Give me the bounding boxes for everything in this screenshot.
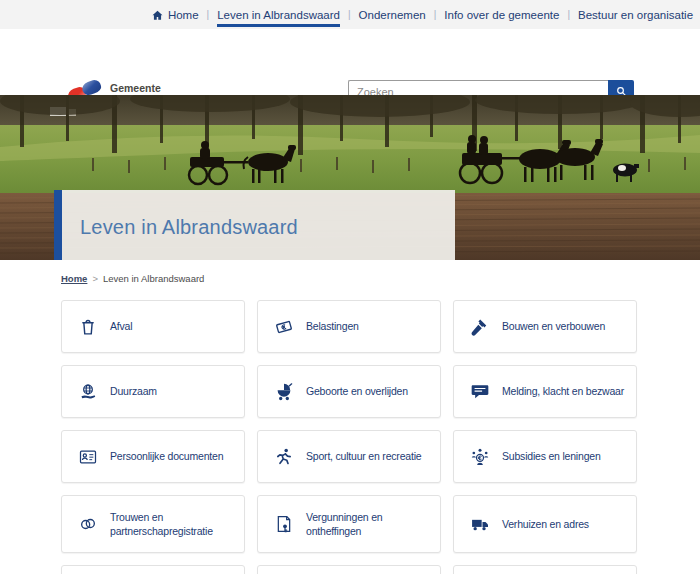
page: Home | Leven in Albrandswaard | Ondernem… [0, 0, 700, 574]
card-label: Bouwen en verbouwen [502, 319, 605, 333]
card-partial[interactable] [453, 565, 637, 574]
nav-item-label: Bestuur en organisatie [578, 9, 693, 21]
rings-icon [78, 514, 98, 534]
nav-separator: | [434, 9, 437, 20]
pram-icon [274, 382, 294, 402]
nav-item-label: Home [168, 9, 199, 21]
card-duurzaam[interactable]: Duurzaam [61, 365, 245, 418]
card-label: Afval [110, 319, 132, 333]
top-nav: Home | Leven in Albrandswaard | Ondernem… [0, 0, 700, 29]
card-belastingen[interactable]: Belastingen [257, 300, 441, 353]
nav-item-home[interactable]: Home [151, 2, 199, 28]
breadcrumb-item-leven-in-albrandswaard: Leven in Albrandswaard [103, 273, 204, 284]
nav-item-ondernemen[interactable]: Ondernemen [359, 2, 426, 27]
card-trouwen-en-partnerschapregistratie[interactable]: Trouwen en partnerschapregistratie [61, 495, 245, 553]
card-label: Melding, klacht en bezwaar [502, 384, 624, 398]
top-nav-list: Home | Leven in Albrandswaard | Ondernem… [151, 2, 693, 28]
trash-icon [78, 317, 98, 337]
nav-separator: | [207, 9, 210, 20]
card-geboorte-en-overlijden[interactable]: Geboorte en overlijden [257, 365, 441, 418]
nav-item-label: Ondernemen [359, 9, 426, 21]
card-afval[interactable]: Afval [61, 300, 245, 353]
hammer-icon [470, 317, 490, 337]
card-bouwen-en-verbouwen[interactable]: Bouwen en verbouwen [453, 300, 637, 353]
logo-line1: Gemeente [110, 82, 186, 95]
card-label: Geboorte en overlijden [306, 384, 408, 398]
card-label: Subsidies en leningen [502, 449, 601, 463]
nav-item-leven-in-albrandswaard[interactable]: Leven in Albrandswaard [217, 2, 340, 27]
cards-grid: Afval Belastingen Bouwen en verbouwen Du… [61, 300, 637, 574]
card-label: Trouwen en partnerschapregistratie [110, 510, 238, 538]
site-header: Gemeente Albrandswaard [0, 29, 700, 95]
card-label: Sport, cultuur en recreatie [306, 449, 421, 463]
hero: Leven in Albrandswaard [0, 95, 700, 260]
card-label: Persoonlijke documenten [110, 449, 223, 463]
nav-item-label: Leven in Albrandswaard [217, 9, 340, 21]
breadcrumb: Home>Leven in Albrandswaard [0, 260, 700, 300]
card-label: Verhuizen en adres [502, 517, 589, 531]
tax-euro-icon [274, 317, 294, 337]
nav-item-bestuur-en-organisatie[interactable]: Bestuur en organisatie [578, 2, 693, 27]
globe-hand-icon [78, 382, 98, 402]
nav-item-info-over-de-gemeente[interactable]: Info over de gemeente [444, 2, 559, 27]
id-document-icon [78, 447, 98, 467]
card-partial[interactable] [257, 565, 441, 574]
card-melding-klacht-en-bezwaar[interactable]: Melding, klacht en bezwaar [453, 365, 637, 418]
card-sport-cultuur-en-recreatie[interactable]: Sport, cultuur en recreatie [257, 430, 441, 483]
card-label: Belastingen [306, 319, 359, 333]
card-partial[interactable] [61, 565, 245, 574]
breadcrumb-separator: > [92, 273, 98, 284]
card-persoonlijke-documenten[interactable]: Persoonlijke documenten [61, 430, 245, 483]
page-title: Leven in Albrandswaard [62, 212, 298, 239]
card-label: Vergunningen en ontheffingen [306, 510, 434, 538]
nav-separator: | [567, 9, 570, 20]
hero-title-panel: Leven in Albrandswaard [54, 190, 455, 260]
card-verhuizen-en-adres[interactable]: Verhuizen en adres [453, 495, 637, 553]
moving-truck-icon [470, 514, 490, 534]
nav-separator: | [348, 9, 351, 20]
card-label: Duurzaam [110, 384, 157, 398]
nav-item-label: Info over de gemeente [444, 9, 559, 21]
breadcrumb-item-home[interactable]: Home [61, 273, 87, 284]
card-subsidies-en-leningen[interactable]: Subsidies en leningen [453, 430, 637, 483]
speech-bubble-icon [470, 382, 490, 402]
runner-icon [274, 447, 294, 467]
card-vergunningen-en-ontheffingen[interactable]: Vergunningen en ontheffingen [257, 495, 441, 553]
home-icon [151, 9, 164, 22]
permit-key-icon [274, 514, 294, 534]
people-coin-icon [470, 447, 490, 467]
